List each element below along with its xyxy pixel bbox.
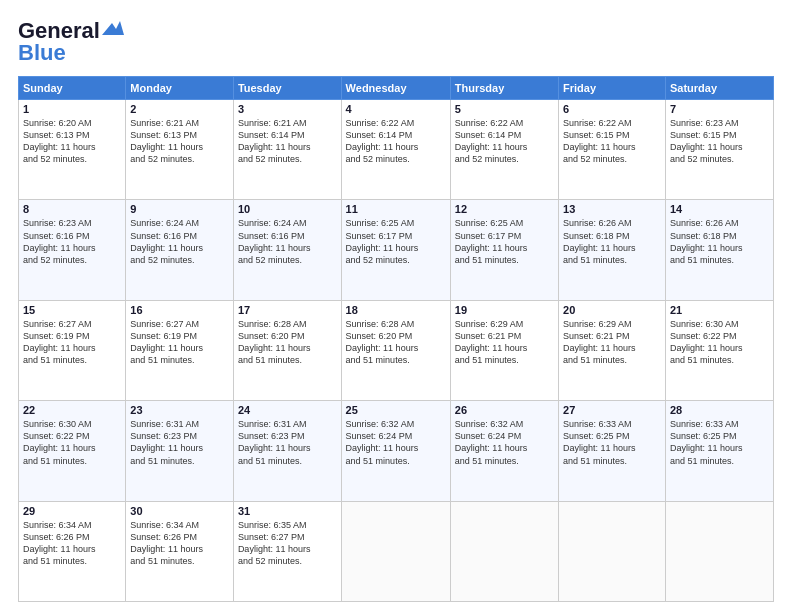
day-number: 18 — [346, 304, 446, 316]
calendar-cell: 9Sunrise: 6:24 AMSunset: 6:16 PMDaylight… — [126, 200, 234, 300]
day-info: Sunrise: 6:35 AMSunset: 6:27 PMDaylight:… — [238, 519, 337, 568]
day-info: Sunrise: 6:27 AMSunset: 6:19 PMDaylight:… — [23, 318, 121, 367]
calendar-cell: 18Sunrise: 6:28 AMSunset: 6:20 PMDayligh… — [341, 300, 450, 400]
day-info: Sunrise: 6:33 AMSunset: 6:25 PMDaylight:… — [563, 418, 661, 467]
day-info: Sunrise: 6:29 AMSunset: 6:21 PMDaylight:… — [563, 318, 661, 367]
day-number: 14 — [670, 203, 769, 215]
day-info: Sunrise: 6:22 AMSunset: 6:15 PMDaylight:… — [563, 117, 661, 166]
calendar-cell: 19Sunrise: 6:29 AMSunset: 6:21 PMDayligh… — [450, 300, 558, 400]
day-info: Sunrise: 6:26 AMSunset: 6:18 PMDaylight:… — [563, 217, 661, 266]
day-info: Sunrise: 6:30 AMSunset: 6:22 PMDaylight:… — [23, 418, 121, 467]
day-info: Sunrise: 6:24 AMSunset: 6:16 PMDaylight:… — [238, 217, 337, 266]
calendar-table: SundayMondayTuesdayWednesdayThursdayFrid… — [18, 76, 774, 602]
day-info: Sunrise: 6:29 AMSunset: 6:21 PMDaylight:… — [455, 318, 554, 367]
calendar-cell — [559, 501, 666, 601]
day-number: 28 — [670, 404, 769, 416]
day-info: Sunrise: 6:22 AMSunset: 6:14 PMDaylight:… — [346, 117, 446, 166]
day-info: Sunrise: 6:32 AMSunset: 6:24 PMDaylight:… — [455, 418, 554, 467]
calendar-cell: 15Sunrise: 6:27 AMSunset: 6:19 PMDayligh… — [19, 300, 126, 400]
calendar-cell: 20Sunrise: 6:29 AMSunset: 6:21 PMDayligh… — [559, 300, 666, 400]
day-info: Sunrise: 6:21 AMSunset: 6:14 PMDaylight:… — [238, 117, 337, 166]
day-info: Sunrise: 6:31 AMSunset: 6:23 PMDaylight:… — [238, 418, 337, 467]
day-number: 2 — [130, 103, 229, 115]
calendar-cell: 8Sunrise: 6:23 AMSunset: 6:16 PMDaylight… — [19, 200, 126, 300]
day-number: 26 — [455, 404, 554, 416]
day-info: Sunrise: 6:33 AMSunset: 6:25 PMDaylight:… — [670, 418, 769, 467]
day-number: 5 — [455, 103, 554, 115]
header: General Blue — [18, 18, 774, 66]
calendar-cell: 5Sunrise: 6:22 AMSunset: 6:14 PMDaylight… — [450, 100, 558, 200]
calendar-cell: 7Sunrise: 6:23 AMSunset: 6:15 PMDaylight… — [665, 100, 773, 200]
day-info: Sunrise: 6:24 AMSunset: 6:16 PMDaylight:… — [130, 217, 229, 266]
page: General Blue SundayMondayTuesdayWednesda… — [0, 0, 792, 612]
day-number: 24 — [238, 404, 337, 416]
day-number: 31 — [238, 505, 337, 517]
calendar-header-friday: Friday — [559, 77, 666, 100]
calendar-cell: 3Sunrise: 6:21 AMSunset: 6:14 PMDaylight… — [233, 100, 341, 200]
calendar-cell — [450, 501, 558, 601]
calendar-cell: 22Sunrise: 6:30 AMSunset: 6:22 PMDayligh… — [19, 401, 126, 501]
calendar-cell: 4Sunrise: 6:22 AMSunset: 6:14 PMDaylight… — [341, 100, 450, 200]
calendar-week-2: 8Sunrise: 6:23 AMSunset: 6:16 PMDaylight… — [19, 200, 774, 300]
day-number: 21 — [670, 304, 769, 316]
calendar-header-sunday: Sunday — [19, 77, 126, 100]
calendar-cell: 13Sunrise: 6:26 AMSunset: 6:18 PMDayligh… — [559, 200, 666, 300]
svg-marker-0 — [102, 21, 124, 35]
day-info: Sunrise: 6:25 AMSunset: 6:17 PMDaylight:… — [346, 217, 446, 266]
day-number: 22 — [23, 404, 121, 416]
calendar-header-monday: Monday — [126, 77, 234, 100]
day-info: Sunrise: 6:30 AMSunset: 6:22 PMDaylight:… — [670, 318, 769, 367]
day-number: 4 — [346, 103, 446, 115]
calendar-week-4: 22Sunrise: 6:30 AMSunset: 6:22 PMDayligh… — [19, 401, 774, 501]
day-info: Sunrise: 6:23 AMSunset: 6:15 PMDaylight:… — [670, 117, 769, 166]
day-number: 13 — [563, 203, 661, 215]
day-number: 12 — [455, 203, 554, 215]
calendar-cell: 17Sunrise: 6:28 AMSunset: 6:20 PMDayligh… — [233, 300, 341, 400]
day-info: Sunrise: 6:32 AMSunset: 6:24 PMDaylight:… — [346, 418, 446, 467]
calendar-cell — [341, 501, 450, 601]
day-info: Sunrise: 6:21 AMSunset: 6:13 PMDaylight:… — [130, 117, 229, 166]
calendar-cell: 23Sunrise: 6:31 AMSunset: 6:23 PMDayligh… — [126, 401, 234, 501]
calendar-cell: 2Sunrise: 6:21 AMSunset: 6:13 PMDaylight… — [126, 100, 234, 200]
day-number: 3 — [238, 103, 337, 115]
calendar-cell: 21Sunrise: 6:30 AMSunset: 6:22 PMDayligh… — [665, 300, 773, 400]
day-number: 16 — [130, 304, 229, 316]
calendar-header-wednesday: Wednesday — [341, 77, 450, 100]
day-number: 25 — [346, 404, 446, 416]
calendar-header-saturday: Saturday — [665, 77, 773, 100]
calendar-cell: 6Sunrise: 6:22 AMSunset: 6:15 PMDaylight… — [559, 100, 666, 200]
calendar-cell: 28Sunrise: 6:33 AMSunset: 6:25 PMDayligh… — [665, 401, 773, 501]
day-number: 8 — [23, 203, 121, 215]
day-info: Sunrise: 6:27 AMSunset: 6:19 PMDaylight:… — [130, 318, 229, 367]
logo-bird-icon — [102, 21, 124, 37]
calendar-cell: 29Sunrise: 6:34 AMSunset: 6:26 PMDayligh… — [19, 501, 126, 601]
day-info: Sunrise: 6:34 AMSunset: 6:26 PMDaylight:… — [23, 519, 121, 568]
calendar-cell: 11Sunrise: 6:25 AMSunset: 6:17 PMDayligh… — [341, 200, 450, 300]
calendar-header-thursday: Thursday — [450, 77, 558, 100]
day-info: Sunrise: 6:28 AMSunset: 6:20 PMDaylight:… — [346, 318, 446, 367]
calendar-cell: 24Sunrise: 6:31 AMSunset: 6:23 PMDayligh… — [233, 401, 341, 501]
day-info: Sunrise: 6:34 AMSunset: 6:26 PMDaylight:… — [130, 519, 229, 568]
calendar-cell: 16Sunrise: 6:27 AMSunset: 6:19 PMDayligh… — [126, 300, 234, 400]
calendar-header-row: SundayMondayTuesdayWednesdayThursdayFrid… — [19, 77, 774, 100]
calendar-cell: 10Sunrise: 6:24 AMSunset: 6:16 PMDayligh… — [233, 200, 341, 300]
calendar-week-3: 15Sunrise: 6:27 AMSunset: 6:19 PMDayligh… — [19, 300, 774, 400]
day-number: 11 — [346, 203, 446, 215]
day-info: Sunrise: 6:26 AMSunset: 6:18 PMDaylight:… — [670, 217, 769, 266]
calendar-cell: 31Sunrise: 6:35 AMSunset: 6:27 PMDayligh… — [233, 501, 341, 601]
day-number: 9 — [130, 203, 229, 215]
day-info: Sunrise: 6:28 AMSunset: 6:20 PMDaylight:… — [238, 318, 337, 367]
calendar-cell: 25Sunrise: 6:32 AMSunset: 6:24 PMDayligh… — [341, 401, 450, 501]
day-info: Sunrise: 6:23 AMSunset: 6:16 PMDaylight:… — [23, 217, 121, 266]
logo-blue: Blue — [18, 40, 66, 66]
day-info: Sunrise: 6:20 AMSunset: 6:13 PMDaylight:… — [23, 117, 121, 166]
day-number: 6 — [563, 103, 661, 115]
calendar-cell: 14Sunrise: 6:26 AMSunset: 6:18 PMDayligh… — [665, 200, 773, 300]
calendar-week-1: 1Sunrise: 6:20 AMSunset: 6:13 PMDaylight… — [19, 100, 774, 200]
day-number: 10 — [238, 203, 337, 215]
calendar-cell: 12Sunrise: 6:25 AMSunset: 6:17 PMDayligh… — [450, 200, 558, 300]
day-info: Sunrise: 6:25 AMSunset: 6:17 PMDaylight:… — [455, 217, 554, 266]
day-number: 23 — [130, 404, 229, 416]
day-number: 27 — [563, 404, 661, 416]
day-info: Sunrise: 6:22 AMSunset: 6:14 PMDaylight:… — [455, 117, 554, 166]
